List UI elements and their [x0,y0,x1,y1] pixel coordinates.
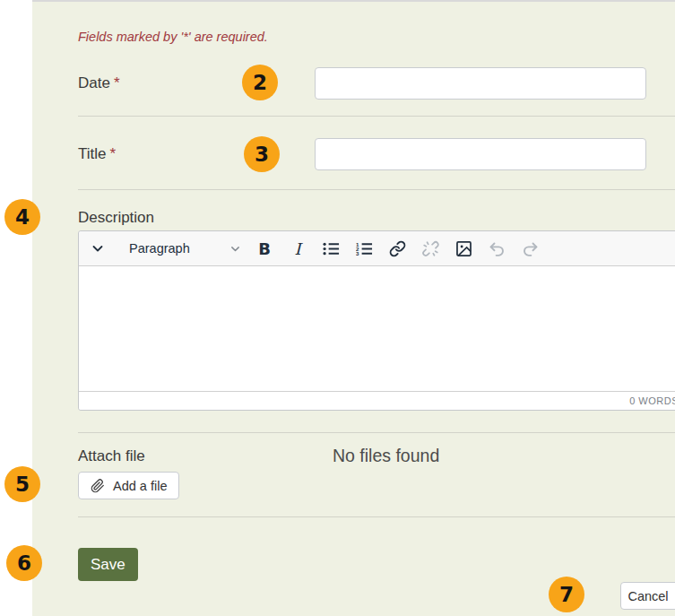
editor-statusbar: 0 WORDS [79,391,675,410]
undo-button[interactable] [484,236,509,261]
add-a-file-label: Add a file [113,479,167,493]
bullet-list-icon [323,241,340,256]
row-divider [78,189,675,190]
italic-icon: I [294,239,300,258]
date-field-row: Date* i [78,67,675,100]
row-divider [78,116,675,117]
word-count: 0 WORDS [629,395,675,406]
bold-icon: B [258,239,271,258]
insert-link-button[interactable] [385,236,410,261]
description-label: Description [78,209,154,227]
more-tools-chevron-icon[interactable] [85,236,110,261]
no-files-found-text: No files found [333,446,439,466]
step-badge-6: 6 [6,545,42,581]
row-divider [78,432,675,433]
attach-file-label: Attach file [78,447,145,465]
date-label: Date* [78,74,315,92]
step-badge-7: 7 [549,577,584,612]
paragraph-format-dropdown[interactable]: Paragraph [129,236,241,261]
image-icon [455,240,472,257]
required-asterisk: * [114,74,120,91]
required-asterisk: * [110,145,117,162]
redo-icon [521,240,540,257]
editor-content-area[interactable] [79,266,675,391]
link-icon [389,240,406,257]
row-divider [78,516,675,517]
title-label-text: Title [78,145,107,162]
step-badge-2: 2 [242,65,278,100]
step-badge-3: 3 [244,136,280,172]
redo-button[interactable] [517,236,542,261]
step-badge-4: 4 [4,199,40,235]
bullet-list-button[interactable] [318,236,343,261]
numbered-list-button[interactable]: 123 [351,236,376,261]
remove-link-button[interactable] [418,236,443,261]
paragraph-format-label: Paragraph [129,241,190,256]
form-panel: Fields marked by '*' are required. Date*… [32,0,675,616]
italic-button[interactable]: I [285,236,310,261]
cancel-button[interactable]: Cancel [620,582,675,610]
editor-toolbar: Paragraph B I 123 [79,231,675,266]
rich-text-editor: Paragraph B I 123 [78,230,675,411]
form-page: Fields marked by '*' are required. Date*… [0,0,675,616]
cancel-label: Cancel [627,589,668,603]
numbered-list-icon: 123 [356,241,373,256]
insert-image-button[interactable] [451,236,476,261]
date-input[interactable] [315,67,646,100]
title-input[interactable] [315,138,646,170]
required-fields-note: Fields marked by '*' are required. [78,30,268,44]
date-label-text: Date [78,74,110,91]
svg-text:3: 3 [356,250,359,256]
paperclip-icon [91,479,105,493]
undo-icon [488,240,506,257]
title-field-row: Title* [78,138,675,170]
chevron-down-icon [229,243,241,255]
unlink-icon [422,240,439,257]
bold-button[interactable]: B [252,236,277,261]
step-badge-5: 5 [4,466,40,502]
save-button[interactable]: Save [78,548,138,581]
add-a-file-button[interactable]: Add a file [78,472,179,499]
